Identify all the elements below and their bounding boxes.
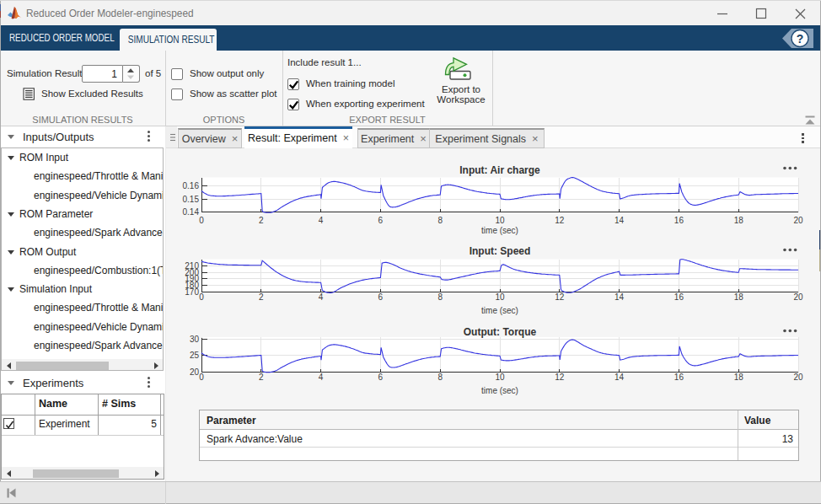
svg-text:0.15: 0.15 bbox=[183, 195, 200, 204]
svg-text:4: 4 bbox=[319, 216, 324, 225]
svg-text:6: 6 bbox=[378, 216, 384, 225]
svg-text:20: 20 bbox=[793, 216, 803, 225]
svg-text:0: 0 bbox=[199, 216, 204, 225]
svg-text:8: 8 bbox=[437, 373, 443, 382]
svg-text:10: 10 bbox=[495, 292, 505, 302]
svg-text:14: 14 bbox=[614, 292, 625, 302]
svg-text:10: 10 bbox=[495, 373, 505, 382]
svg-text:time (sec): time (sec) bbox=[481, 386, 518, 395]
svg-text:16: 16 bbox=[674, 292, 684, 302]
svg-text:18: 18 bbox=[734, 373, 744, 382]
svg-text:12: 12 bbox=[555, 292, 565, 302]
svg-text:2: 2 bbox=[259, 292, 264, 302]
svg-text:10: 10 bbox=[495, 216, 505, 225]
svg-text:0: 0 bbox=[199, 373, 204, 382]
svg-text:Input: Air charge: Input: Air charge bbox=[459, 164, 540, 176]
svg-text:8: 8 bbox=[437, 216, 443, 225]
svg-text:time (sec): time (sec) bbox=[481, 226, 518, 235]
svg-text:16: 16 bbox=[674, 216, 684, 225]
svg-text:2: 2 bbox=[259, 373, 264, 382]
svg-text:?: ? bbox=[797, 32, 804, 46]
svg-text:time (sec): time (sec) bbox=[481, 306, 518, 315]
svg-text:25: 25 bbox=[190, 351, 200, 360]
svg-text:4: 4 bbox=[319, 292, 324, 302]
svg-text:6: 6 bbox=[378, 292, 384, 302]
svg-text:Input: Speed: Input: Speed bbox=[470, 245, 531, 257]
svg-text:0: 0 bbox=[199, 292, 204, 302]
svg-text:18: 18 bbox=[734, 216, 744, 225]
svg-text:12: 12 bbox=[555, 373, 565, 382]
svg-text:0.16: 0.16 bbox=[183, 181, 200, 190]
svg-text:14: 14 bbox=[614, 373, 625, 382]
svg-text:20: 20 bbox=[793, 373, 803, 382]
svg-text:20: 20 bbox=[793, 292, 803, 302]
svg-text:12: 12 bbox=[555, 216, 565, 225]
svg-text:4: 4 bbox=[319, 373, 324, 382]
svg-text:6: 6 bbox=[378, 373, 384, 382]
svg-text:Output: Torque: Output: Torque bbox=[464, 326, 537, 338]
svg-text:16: 16 bbox=[674, 373, 684, 382]
svg-text:14: 14 bbox=[614, 216, 625, 225]
svg-text:30: 30 bbox=[190, 335, 200, 344]
svg-text:8: 8 bbox=[437, 292, 443, 302]
svg-text:0.14: 0.14 bbox=[183, 207, 200, 217]
svg-text:170: 170 bbox=[185, 287, 199, 297]
svg-text:20: 20 bbox=[190, 367, 200, 377]
svg-text:18: 18 bbox=[734, 292, 744, 302]
svg-text:2: 2 bbox=[259, 216, 264, 225]
